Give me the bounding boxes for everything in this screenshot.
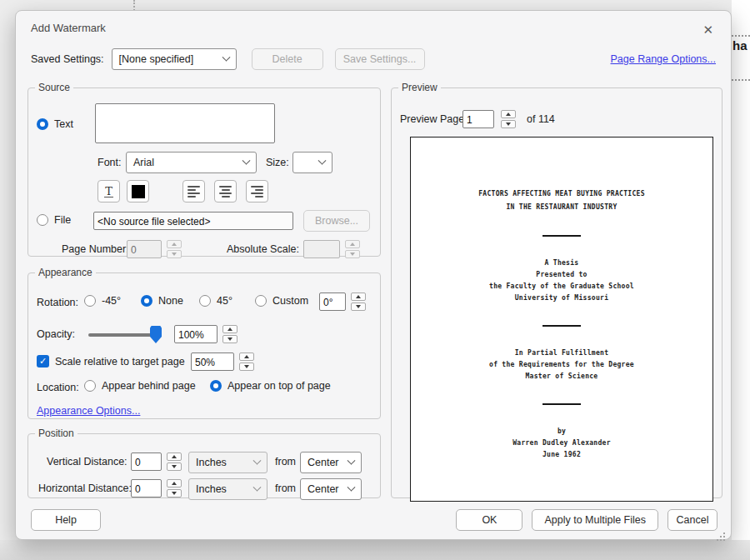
spin-up-icon[interactable] (167, 240, 182, 248)
align-center-icon (219, 186, 232, 198)
horizontal-distance-field[interactable]: 0 (131, 479, 162, 498)
spin-down-icon[interactable] (351, 302, 366, 311)
save-settings-button[interactable]: Save Settings... (335, 48, 425, 70)
dialog-title: Add Watermark (31, 22, 106, 34)
chevron-down-icon (348, 456, 356, 464)
horizontal-anchor-dropdown[interactable]: Center (300, 478, 362, 500)
saved-settings-dropdown[interactable]: [None specified] (112, 48, 237, 70)
spin-up-icon[interactable] (222, 325, 238, 333)
absolute-scale-field[interactable] (303, 240, 340, 258)
spin-up-icon[interactable] (167, 452, 182, 461)
delete-button[interactable]: Delete (252, 48, 323, 70)
radio-icon (84, 380, 96, 392)
add-watermark-dialog: Add Watermark ✕ Saved Settings: [None sp… (15, 10, 732, 540)
radio-icon (37, 214, 48, 226)
radio-icon (199, 295, 211, 307)
chevron-down-icon (253, 482, 262, 491)
watermark-text-input[interactable] (95, 103, 275, 143)
page-number-field[interactable]: 0 (127, 240, 162, 258)
font-label: Font: (98, 157, 122, 168)
appearance-legend: Appearance (35, 267, 96, 278)
text-source-radio[interactable]: Text (37, 118, 73, 130)
rotation-degrees-field[interactable]: 0° (319, 292, 346, 311)
vertical-units-dropdown[interactable]: Inches (188, 452, 268, 473)
chevron-down-icon (348, 482, 356, 491)
spin-down-icon[interactable] (167, 250, 182, 258)
spin-up-icon[interactable] (239, 352, 254, 361)
radio-icon (84, 295, 96, 307)
scale-relative-checkbox[interactable]: ✓ Scale relative to target page (37, 355, 185, 368)
vertical-distance-stepper[interactable] (167, 452, 182, 471)
rotation-none-radio[interactable]: None (141, 295, 183, 307)
rotation-custom-radio[interactable]: Custom (255, 295, 308, 307)
spin-down-icon[interactable] (345, 250, 360, 258)
spin-up-icon[interactable] (351, 292, 366, 301)
spin-up-icon[interactable] (345, 240, 360, 248)
horizontal-from-label: from (275, 482, 296, 494)
horizontal-units-dropdown[interactable]: Inches (188, 478, 268, 500)
close-icon[interactable]: ✕ (698, 22, 718, 38)
opacity-stepper[interactable] (222, 325, 238, 343)
apply-to-multiple-files-button[interactable]: Apply to Multiple Files (532, 509, 658, 531)
appearance-group: Appearance Rotation: -45° None 45° Custo… (28, 267, 381, 419)
dialog-titlebar: Add Watermark ✕ (16, 11, 731, 38)
spin-down-icon[interactable] (167, 489, 182, 498)
file-source-radio[interactable]: File (37, 214, 71, 226)
opacity-field[interactable]: 100% (174, 325, 218, 343)
chevron-down-icon (253, 456, 262, 464)
spin-down-icon[interactable] (222, 335, 238, 343)
preview-page-stepper[interactable] (501, 110, 516, 128)
chevron-down-icon (318, 156, 327, 164)
size-dropdown[interactable] (292, 152, 332, 173)
page-range-options-link[interactable]: Page Range Options... (611, 53, 716, 65)
preview-page-field[interactable]: 1 (462, 110, 494, 128)
position-legend: Position (35, 428, 78, 439)
horizontal-distance-stepper[interactable] (167, 479, 182, 498)
align-right-button[interactable] (246, 180, 268, 202)
page-number-stepper[interactable] (167, 240, 182, 258)
rotation-degrees-stepper[interactable] (351, 292, 366, 311)
source-file-field: <No source file selected> (93, 212, 293, 230)
ok-button[interactable]: OK (456, 509, 522, 531)
appearance-options-link[interactable]: Appearance Options... (37, 405, 140, 417)
resize-grip-icon[interactable] (723, 532, 725, 534)
chevron-down-icon (242, 156, 251, 164)
preview-legend: Preview (398, 82, 441, 93)
spin-down-icon[interactable] (239, 362, 254, 371)
browse-button[interactable]: Browse... (303, 210, 370, 232)
radio-icon (255, 295, 267, 307)
preview-group: Preview Preview Page 1 of 114 FACTORS AF… (391, 82, 722, 498)
document-text-block: byWarren Dudley AlexanderJune 1962 (411, 426, 712, 461)
radio-icon (37, 118, 48, 130)
spin-down-icon[interactable] (501, 120, 516, 128)
scale-percent-stepper[interactable] (239, 352, 254, 371)
document-text-block: A ThesisPresented tothe Faculty of the G… (411, 258, 712, 304)
spin-up-icon[interactable] (167, 479, 182, 488)
scale-percent-field[interactable]: 50% (191, 352, 234, 371)
source-legend: Source (35, 82, 73, 93)
spin-down-icon[interactable] (167, 462, 182, 471)
background-partial-text: ha (732, 38, 748, 52)
vertical-anchor-dropdown[interactable]: Center (300, 452, 362, 473)
opacity-slider-track[interactable] (88, 333, 158, 337)
absolute-scale-stepper[interactable] (345, 240, 360, 258)
underline-button[interactable]: T (98, 180, 120, 202)
document-separator-rule (542, 325, 581, 327)
spin-up-icon[interactable] (501, 110, 516, 118)
location-on-top-radio[interactable]: Appear on top of page (210, 380, 331, 392)
document-separator-rule (542, 403, 581, 405)
cancel-button[interactable]: Cancel (668, 509, 718, 531)
rotation-minus45-radio[interactable]: -45° (84, 295, 121, 307)
background-bottom-strip (0, 540, 750, 560)
opacity-slider-handle[interactable] (150, 326, 162, 343)
location-behind-radio[interactable]: Appear behind page (84, 380, 196, 392)
align-center-button[interactable] (214, 180, 237, 202)
font-color-button[interactable] (127, 180, 149, 202)
rotation-45-radio[interactable]: 45° (199, 295, 232, 307)
vertical-distance-field[interactable]: 0 (131, 452, 162, 471)
font-dropdown[interactable]: Arial (126, 152, 257, 173)
align-left-button[interactable] (182, 180, 205, 202)
opacity-label: Opacity: (37, 328, 75, 340)
preview-page-label: Preview Page (400, 113, 464, 125)
help-button[interactable]: Help (31, 509, 101, 531)
